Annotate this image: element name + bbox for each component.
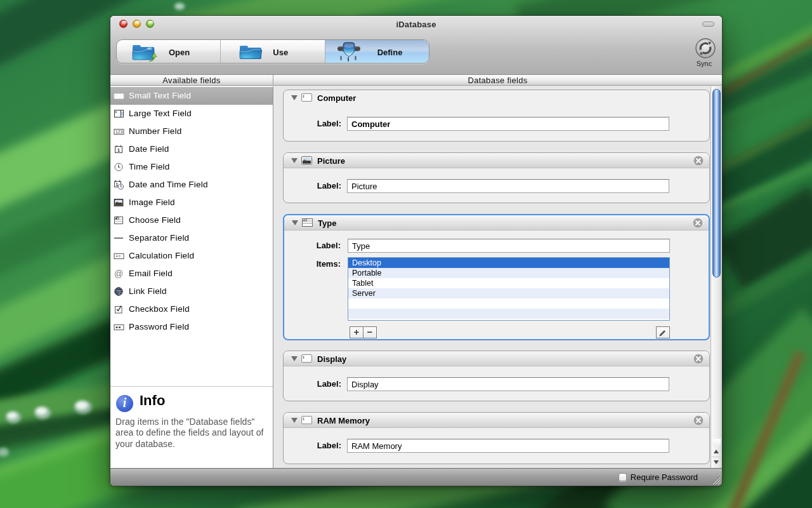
svg-text:@: @ xyxy=(114,269,123,279)
svg-text:1: 1 xyxy=(116,182,119,187)
svg-text:1: 1 xyxy=(117,148,120,152)
svg-text:+=: += xyxy=(115,254,121,258)
svg-text:123: 123 xyxy=(115,130,123,134)
